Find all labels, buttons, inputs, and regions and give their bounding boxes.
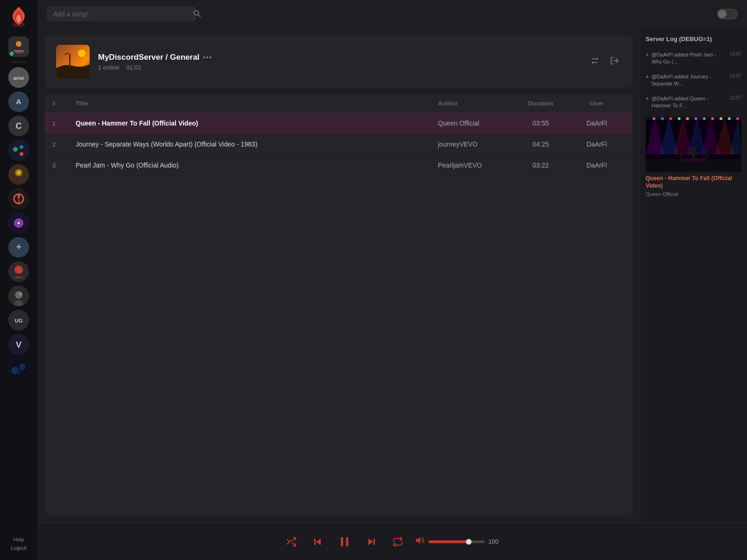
svg-rect-91 — [374, 539, 375, 545]
previous-button[interactable] — [309, 533, 326, 550]
svg-rect-68 — [680, 153, 682, 159]
svg-point-64 — [728, 118, 731, 120]
search-input[interactable] — [47, 7, 196, 21]
logout-link[interactable]: Logout — [11, 545, 27, 551]
table-row[interactable]: 1 Queen - Hammer To Fall (Official Video… — [45, 113, 632, 134]
queue-panel: MyDiscordServer / General 1 online 01:02 — [37, 28, 640, 523]
log-time: 13:07 — [730, 51, 741, 56]
svg-rect-54 — [646, 118, 741, 120]
table-row[interactable]: 3 Pearl Jam - Why Go (Official Audio) Pe… — [45, 155, 632, 176]
svg-point-44 — [78, 49, 85, 57]
svg-marker-86 — [316, 539, 321, 545]
svg-text:+: + — [16, 242, 21, 252]
more-options-icon[interactable] — [203, 54, 212, 61]
svg-rect-80 — [706, 154, 708, 159]
svg-point-10 — [8, 140, 29, 161]
row-author: Queen Official — [438, 119, 513, 127]
svg-point-2 — [16, 41, 21, 47]
video-title-link[interactable]: Queen - Hammer To Fall (Official Video) — [646, 175, 741, 189]
video-author: Queen Official — [646, 191, 741, 197]
col-author: Author — [438, 100, 513, 107]
svg-point-31 — [19, 293, 22, 295]
svg-rect-19 — [18, 194, 20, 199]
svg-point-63 — [719, 118, 722, 120]
svg-point-61 — [703, 118, 705, 120]
row-user: DaArFl — [569, 140, 625, 148]
log-time: 13:07 — [730, 73, 741, 78]
log-plus-icon: + — [646, 96, 648, 101]
svg-text:arne: arne — [13, 75, 24, 81]
sidebar-avatar-4[interactable] — [8, 140, 29, 161]
search-button[interactable] — [193, 10, 201, 19]
shuffle-button[interactable] — [283, 533, 300, 550]
sidebar-avatar-10[interactable] — [8, 286, 29, 306]
volume-control: 100 — [416, 536, 501, 547]
sidebar-avatar-1[interactable]: arne — [8, 67, 29, 88]
svg-point-60 — [694, 118, 697, 120]
svg-rect-45 — [69, 54, 70, 68]
sidebar-avatar-12[interactable]: V — [8, 334, 29, 355]
row-author: PearljamVEVO — [438, 161, 513, 169]
main-content: MyDiscordServer / General 1 online 01:02 — [37, 0, 747, 560]
sidebar-avatar-6[interactable] — [8, 189, 29, 209]
video-thumbnail: Queen - Hammer To Fall (Official Video) … — [646, 117, 741, 196]
sidebar-avatar-13[interactable] — [8, 358, 29, 379]
svg-point-55 — [653, 118, 655, 120]
leave-channel-button[interactable] — [608, 54, 621, 70]
help-link[interactable]: Help — [14, 537, 24, 542]
sidebar-avatar-5[interactable] — [8, 164, 29, 185]
col-num: # — [52, 100, 76, 107]
repeat-button[interactable] — [588, 54, 601, 70]
sidebar-avatar-8[interactable]: + — [8, 237, 29, 258]
app-logo[interactable] — [7, 5, 31, 29]
svg-point-85 — [680, 158, 708, 162]
svg-text:C: C — [16, 121, 22, 131]
row-num: 2 — [52, 141, 76, 148]
bottom-player: 100 — [37, 523, 747, 560]
sidebar: arne A C + — [0, 0, 37, 560]
now-playing-actions — [588, 54, 621, 70]
volume-bar[interactable] — [429, 540, 485, 543]
svg-text:V: V — [16, 340, 21, 350]
svg-point-16 — [16, 170, 21, 175]
table-row[interactable]: 2 Journey - Separate Ways (Worlds Apart)… — [45, 134, 632, 155]
now-playing-thumbnail — [56, 45, 90, 78]
row-user: DaArFl — [569, 161, 625, 169]
sidebar-avatar-7[interactable] — [8, 213, 29, 233]
svg-point-11 — [13, 147, 18, 152]
svg-point-28 — [14, 266, 23, 274]
row-title: Queen - Hammer To Fall (Official Video) — [76, 119, 438, 127]
log-entry: + @DaArFl added Journey - Separate W... … — [646, 72, 741, 89]
log-plus-icon: + — [646, 74, 648, 79]
log-text: @DaArFl added Pearl Jam - Why Go (... — [651, 51, 727, 66]
now-playing-meta: 1 online 01:02 — [98, 64, 580, 71]
svg-text:A: A — [16, 98, 21, 105]
right-panel: Server Log (DEBUG=1) + @DaArFl added Pea… — [640, 28, 747, 523]
sidebar-avatar-9[interactable] — [8, 261, 29, 282]
col-title: Title — [76, 100, 438, 107]
sidebar-avatar-2[interactable]: A — [8, 91, 29, 112]
sidebar-avatar-11[interactable]: UG — [8, 310, 29, 330]
repeat-queue-button[interactable] — [389, 533, 406, 550]
sidebar-avatar-0[interactable] — [8, 36, 29, 57]
svg-point-12 — [20, 145, 23, 149]
toggle-area — [717, 9, 738, 19]
debug-toggle[interactable] — [717, 9, 738, 19]
svg-point-67 — [678, 148, 683, 153]
log-entry: + @DaArFl added Pearl Jam - Why Go (... … — [646, 50, 741, 67]
row-num: 1 — [52, 120, 76, 127]
svg-marker-92 — [416, 537, 420, 544]
svg-point-59 — [686, 118, 689, 120]
svg-point-57 — [669, 118, 672, 120]
log-plus-icon: + — [646, 52, 648, 57]
volume-fill — [429, 540, 469, 543]
row-title: Journey - Separate Ways (Worlds Apart) (… — [76, 140, 438, 148]
queue-table: # Title Author Duration User 1 Queen - H… — [45, 94, 632, 515]
next-button[interactable] — [363, 533, 380, 550]
row-num: 3 — [52, 162, 76, 169]
svg-point-62 — [711, 118, 714, 120]
row-duration: 03:22 — [513, 161, 569, 169]
pause-button[interactable] — [335, 532, 354, 551]
log-time: 13:07 — [730, 95, 741, 100]
sidebar-avatar-3[interactable]: C — [8, 116, 29, 136]
